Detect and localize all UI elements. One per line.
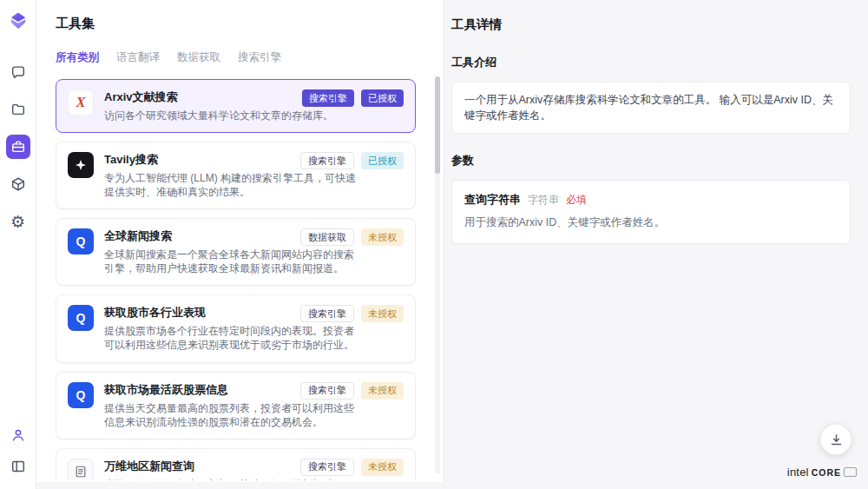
arxiv-logo-icon: X bbox=[68, 89, 94, 116]
category-badge: 搜索引擎 bbox=[300, 382, 354, 400]
scrollbar-thumb[interactable] bbox=[435, 76, 440, 174]
category-tabs: 所有类别 语言翻译 数据获取 搜索引擎 bbox=[56, 50, 424, 65]
parameter-header: 查询字符串 字符串 必填 bbox=[464, 192, 838, 208]
tool-card-regional-news[interactable]: 万维地区新闻查询 查询具体行政区划内的新闻，快速了解各地新闻动 搜索引擎 未授权 bbox=[56, 448, 416, 480]
app-logo-icon[interactable] bbox=[9, 11, 28, 30]
tool-card-tavily[interactable]: Tavily搜索 专为人工智能代理 (LLM) 构建的搜索引擎工具，可快速提供实… bbox=[56, 142, 416, 209]
auth-status-badge: 未授权 bbox=[361, 459, 404, 476]
tool-badges: 搜索引擎 未授权 bbox=[300, 459, 404, 476]
layout-toggle-icon[interactable] bbox=[6, 454, 30, 479]
document-icon bbox=[68, 459, 94, 480]
tool-description: 提供当天交易量最高的股票列表，投资者可以利用这些信息来识别流动性强的股票和潜在的… bbox=[104, 401, 358, 429]
sidebar-bottom bbox=[6, 423, 30, 479]
params-heading: 参数 bbox=[451, 153, 851, 169]
tool-detail-panel: 工具详情 工具介绍 一个用于从Arxiv存储库搜索科学论文和文章的工具。 输入可… bbox=[444, 0, 868, 489]
tool-description: 提供股票市场各个行业在特定时间段内的表现。投资者可以利用这些信息来识别表现优于或… bbox=[104, 324, 358, 352]
tool-description: 全球新闻搜索是一个聚合全球各大新闻网站内容的搜索引擎，帮助用户快速获取全球最新资… bbox=[104, 248, 358, 275]
intel-badge-icon bbox=[844, 467, 857, 477]
tool-badges: 搜索引擎 未授权 bbox=[300, 305, 404, 322]
tool-badges: 搜索引擎 已授权 bbox=[300, 152, 404, 169]
news-search-logo-icon: Q bbox=[68, 228, 94, 254]
toolset-panel: 工具集 所有类别 语言翻译 数据获取 搜索引擎 X Arxiv文献搜索 访问各个… bbox=[36, 0, 444, 482]
stock-api-logo-icon: Q bbox=[68, 382, 94, 408]
category-badge: 搜索引擎 bbox=[302, 89, 354, 107]
sidebar: ⚙ bbox=[0, 0, 36, 489]
briefcase-icon[interactable] bbox=[6, 135, 30, 159]
parameter-description: 用于搜索的Arxiv ID、关键字或作者姓名。 bbox=[464, 215, 838, 230]
auth-status-badge: 已授权 bbox=[361, 89, 404, 107]
gear-icon[interactable]: ⚙ bbox=[6, 209, 30, 234]
tool-intro-text: 一个用于从Arxiv存储库搜索科学论文和文章的工具。 输入可以是Arxiv ID… bbox=[451, 82, 851, 134]
download-button[interactable] bbox=[820, 424, 852, 455]
tool-card-global-news[interactable]: Q 全球新闻搜索 全球新闻搜索是一个聚合全球各大新闻网站内容的搜索引擎，帮助用户… bbox=[56, 218, 416, 286]
user-icon[interactable] bbox=[6, 423, 30, 447]
auth-status-badge: 已授权 bbox=[361, 152, 404, 169]
cube-icon[interactable] bbox=[6, 172, 30, 196]
parameter-name: 查询字符串 bbox=[464, 192, 521, 208]
tool-card-active-stocks[interactable]: Q 获取市场最活跃股票信息 提供当天交易量最高的股票列表，投资者可以利用这些信息… bbox=[56, 372, 416, 439]
tool-description: 查询具体行政区划内的新闻，快速了解各地新闻动 bbox=[104, 478, 358, 480]
category-badge: 数据获取 bbox=[300, 228, 354, 246]
tab-data-fetch[interactable]: 数据获取 bbox=[177, 50, 220, 65]
parameter-card: 查询字符串 字符串 必填 用于搜索的Arxiv ID、关键字或作者姓名。 bbox=[451, 180, 851, 244]
chat-icon[interactable] bbox=[6, 60, 30, 84]
tool-badges: 搜索引擎 已授权 bbox=[302, 89, 404, 107]
auth-status-badge: 未授权 bbox=[361, 305, 404, 322]
intel-core-logo: intel CORE bbox=[787, 466, 857, 479]
tool-card-sector-performance[interactable]: Q 获取股市各行业表现 提供股票市场各个行业在特定时间段内的表现。投资者可以利用… bbox=[56, 294, 416, 362]
page-title: 工具集 bbox=[56, 16, 424, 32]
tavily-logo-icon bbox=[68, 152, 94, 178]
folder-icon[interactable] bbox=[6, 97, 30, 122]
category-badge: 搜索引擎 bbox=[300, 459, 354, 476]
category-badge: 搜索引擎 bbox=[300, 305, 354, 322]
tool-badges: 数据获取 未授权 bbox=[300, 228, 404, 246]
auth-status-badge: 未授权 bbox=[361, 382, 404, 400]
stock-api-logo-icon: Q bbox=[68, 305, 94, 331]
tab-all-categories[interactable]: 所有类别 bbox=[56, 50, 99, 65]
category-badge: 搜索引擎 bbox=[300, 152, 354, 169]
auth-status-badge: 未授权 bbox=[361, 228, 404, 246]
tool-badges: 搜索引擎 未授权 bbox=[300, 382, 404, 400]
detail-title: 工具详情 bbox=[451, 17, 851, 33]
intro-heading: 工具介绍 bbox=[451, 55, 851, 70]
tool-card-arxiv[interactable]: X Arxiv文献搜索 访问各个研究领域大量科学论文和文章的存储库。 搜索引擎 … bbox=[56, 79, 416, 133]
tool-description: 访问各个研究领域大量科学论文和文章的存储库。 bbox=[104, 109, 358, 122]
scrollbar[interactable] bbox=[435, 76, 440, 474]
tool-description: 专为人工智能代理 (LLM) 构建的搜索引擎工具，可快速提供实时、准确和真实的结… bbox=[104, 171, 358, 199]
intel-wordmark: intel bbox=[787, 466, 809, 479]
tab-language-translation[interactable]: 语言翻译 bbox=[116, 50, 160, 65]
core-wordmark: CORE bbox=[812, 467, 841, 478]
required-flag: 必填 bbox=[566, 193, 587, 208]
app-window: ⚙ 工具集 所有类别 语言翻译 数据获取 搜索引擎 bbox=[0, 0, 868, 489]
parameter-type: 字符串 bbox=[528, 193, 559, 208]
tool-list: X Arxiv文献搜索 访问各个研究领域大量科学论文和文章的存储库。 搜索引擎 … bbox=[56, 79, 424, 480]
tab-search-engine[interactable]: 搜索引擎 bbox=[238, 50, 281, 65]
